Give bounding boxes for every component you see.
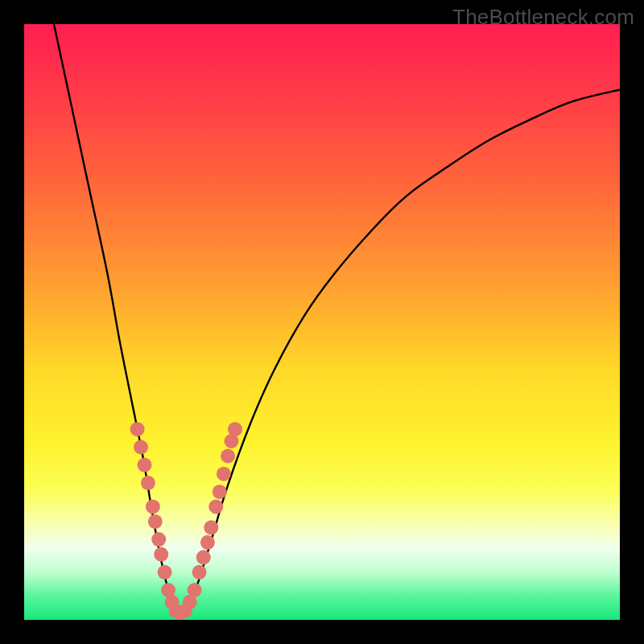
data-markers [130, 422, 242, 620]
plot-area [24, 24, 620, 620]
data-marker [148, 514, 163, 529]
data-marker [228, 422, 242, 436]
data-marker [134, 440, 148, 454]
data-marker [192, 565, 207, 580]
data-marker [146, 499, 160, 514]
data-marker [188, 583, 202, 597]
data-marker [158, 565, 172, 580]
bottleneck-curve [54, 24, 620, 614]
data-marker [200, 535, 215, 550]
data-marker [208, 499, 223, 514]
data-marker [154, 547, 168, 562]
chart-frame: TheBottleneck.com [0, 0, 644, 644]
data-marker [221, 449, 235, 464]
data-marker [151, 532, 166, 547]
data-marker [130, 422, 145, 436]
data-marker [196, 550, 211, 564]
watermark-text: TheBottleneck.com [452, 5, 634, 30]
data-marker [213, 485, 227, 499]
data-marker [204, 520, 218, 535]
curve-layer [24, 24, 620, 620]
data-marker [137, 458, 151, 473]
data-marker [141, 476, 155, 490]
data-marker [217, 467, 231, 481]
